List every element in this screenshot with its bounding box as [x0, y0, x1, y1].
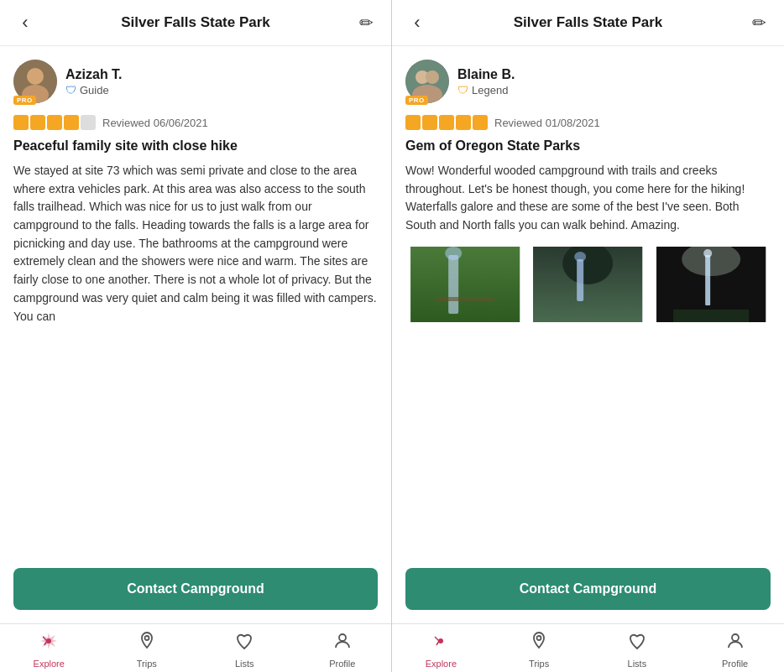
left-user-name: Azizah T.	[65, 67, 123, 82]
left-nav-trips[interactable]: Trips	[98, 631, 196, 669]
svg-point-1	[27, 68, 44, 85]
svg-point-5	[339, 634, 346, 641]
right-review-date: Reviewed 01/08/2021	[494, 117, 600, 129]
right-photo-2[interactable]	[528, 247, 647, 322]
left-lists-label: Lists	[235, 659, 254, 669]
left-contact-wrapper: Contact Campground	[0, 555, 391, 623]
left-lists-icon	[234, 631, 254, 656]
left-profile-icon	[332, 631, 353, 656]
left-star-4	[64, 115, 79, 130]
right-user-name: Blaine B.	[457, 67, 515, 82]
left-nav-explore[interactable]: Explore	[0, 631, 98, 669]
svg-rect-11	[410, 247, 520, 322]
left-review-body: We stayed at site 73 which was semi priv…	[13, 162, 378, 326]
right-nav-lists[interactable]: Lists	[588, 631, 687, 669]
svg-point-13	[445, 247, 462, 260]
left-user-row: PRO Azizah T. 🛡 Guide	[13, 60, 378, 103]
left-review-meta: Reviewed 06/06/2021	[13, 115, 378, 130]
right-photo-3[interactable]	[651, 247, 771, 322]
right-user-info: Blaine B. 🛡 Legend	[457, 67, 515, 96]
left-nav-profile[interactable]: Profile	[294, 631, 392, 669]
svg-point-24	[703, 249, 712, 258]
right-star-5	[473, 115, 488, 130]
left-stars	[13, 115, 96, 130]
left-contact-button[interactable]: Contact Campground	[13, 568, 378, 610]
right-back-button[interactable]: ‹	[405, 12, 429, 34]
right-pro-badge: PRO	[405, 96, 428, 105]
left-profile-label: Profile	[329, 659, 355, 669]
right-phone: ‹ Silver Falls State Park ✏ PRO	[392, 0, 784, 672]
left-explore-icon	[39, 631, 59, 656]
svg-rect-14	[436, 297, 494, 301]
right-photos	[405, 247, 771, 322]
right-user-row: PRO Blaine B. 🛡 Legend	[405, 60, 771, 103]
right-page-title: Silver Falls State Park	[429, 14, 747, 31]
right-profile-icon	[725, 631, 745, 656]
right-review-title: Gem of Oregon State Parks	[405, 138, 771, 154]
right-photo-1[interactable]	[405, 247, 525, 322]
right-contact-button[interactable]: Contact Campground	[405, 568, 771, 610]
left-phone: ‹ Silver Falls State Park ✏ PRO	[0, 0, 392, 672]
left-pro-badge: PRO	[13, 96, 36, 105]
left-star-2	[30, 115, 45, 130]
left-star-3	[47, 115, 62, 130]
left-back-button[interactable]: ‹	[13, 12, 37, 34]
right-content: PRO Blaine B. 🛡 Legend	[392, 46, 784, 555]
right-header: ‹ Silver Falls State Park ✏	[392, 0, 784, 46]
right-trips-label: Trips	[529, 659, 549, 669]
left-review-title: Peaceful family site with close hike	[13, 138, 378, 154]
right-bottom-nav: Explore Trips Lists	[392, 623, 784, 672]
left-trips-label: Trips	[137, 659, 157, 669]
left-badge-icon: 🛡	[65, 84, 76, 96]
right-nav-profile[interactable]: Profile	[686, 631, 784, 669]
right-review-meta: Reviewed 01/08/2021	[405, 115, 771, 130]
left-user-badge: 🛡 Guide	[65, 84, 123, 96]
svg-rect-12	[448, 255, 458, 314]
left-nav-lists[interactable]: Lists	[196, 631, 294, 669]
right-profile-label: Profile	[722, 659, 748, 669]
svg-rect-25	[673, 310, 749, 322]
left-avatar-wrapper: PRO	[13, 60, 57, 103]
right-nav-trips[interactable]: Trips	[490, 631, 588, 669]
right-badge-icon: 🛡	[457, 84, 468, 96]
right-star-3	[439, 115, 454, 130]
right-user-badge: 🛡 Legend	[457, 84, 515, 96]
left-content: PRO Azizah T. 🛡 Guide	[0, 46, 391, 555]
svg-point-8	[426, 70, 439, 84]
right-lists-icon	[627, 631, 647, 656]
left-explore-label: Explore	[34, 659, 65, 669]
left-review-date: Reviewed 06/06/2021	[102, 117, 208, 129]
right-avatar-wrapper: PRO	[405, 60, 449, 103]
right-explore-icon	[431, 631, 451, 656]
right-edit-button[interactable]: ✏	[747, 13, 771, 33]
svg-point-4	[144, 636, 149, 640]
left-edit-button[interactable]: ✏	[354, 13, 378, 33]
left-bottom-nav: Explore Trips Lists	[0, 623, 391, 672]
left-trips-icon	[137, 631, 157, 656]
left-user-info: Azizah T. 🛡 Guide	[65, 67, 123, 96]
svg-point-28	[732, 634, 739, 641]
svg-rect-23	[705, 255, 710, 305]
right-star-4	[456, 115, 471, 130]
right-star-1	[405, 115, 421, 130]
right-trips-icon	[529, 631, 549, 656]
right-stars	[405, 115, 488, 130]
left-page-title: Silver Falls State Park	[37, 14, 354, 31]
svg-rect-18	[577, 259, 583, 301]
svg-point-27	[537, 636, 541, 640]
left-badge-label: Guide	[80, 84, 109, 96]
right-explore-label: Explore	[426, 659, 457, 669]
right-nav-explore[interactable]: Explore	[392, 631, 490, 669]
left-star-1	[13, 115, 29, 130]
right-lists-label: Lists	[628, 659, 647, 669]
right-star-2	[422, 115, 437, 130]
right-contact-wrapper: Contact Campground	[392, 555, 784, 623]
left-header: ‹ Silver Falls State Park ✏	[0, 0, 391, 46]
right-review-body: Wow! Wonderful wooded campground with tr…	[405, 162, 771, 235]
right-badge-label: Legend	[472, 84, 508, 96]
left-star-5	[81, 115, 96, 130]
svg-point-19	[574, 252, 586, 262]
